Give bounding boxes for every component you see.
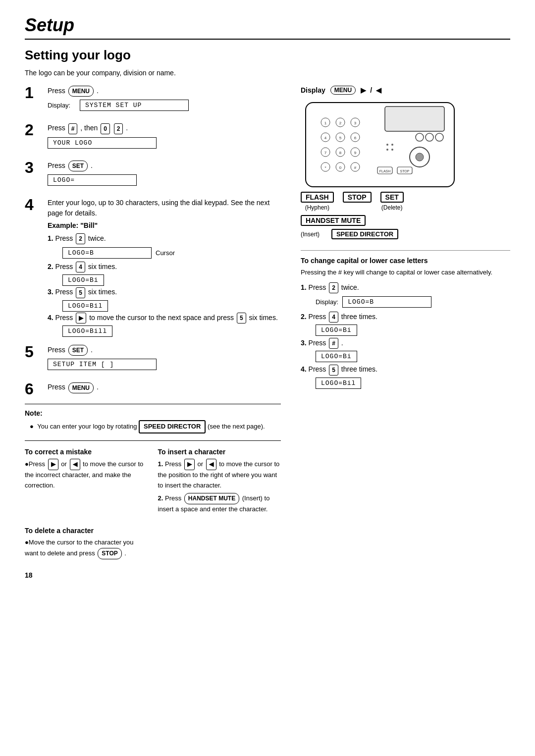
arrow-right-icon: ▶	[361, 86, 366, 94]
svg-text:STOP: STOP	[400, 169, 410, 173]
step-6-content: Press MENU .	[48, 382, 281, 396]
insert-step-1: 1. Press ▶ or ◀ to move the cursor to th…	[158, 459, 281, 491]
correct-mistake-section: To correct a mistake ●Press ▶ or ◀ to mo…	[25, 448, 148, 517]
step-4: 4 Enter your logo, up to 30 characters, …	[25, 198, 281, 338]
sub-step-1: 1. Press 2 twice.	[48, 233, 281, 244]
step-4-number: 4	[25, 197, 43, 213]
key-2-sub1: 2	[76, 233, 85, 244]
step-6-text: Press MENU .	[48, 382, 281, 393]
svg-text:2: 2	[339, 121, 342, 125]
menu-key-1: MENU	[68, 86, 94, 97]
hash-key-2: #	[68, 123, 78, 134]
svg-text:7: 7	[324, 151, 327, 155]
sub-step-2-num: 2.	[48, 263, 54, 270]
step-1: 1 Press MENU . Display: SYSTEM SET UP	[25, 86, 281, 116]
handset-row: HANDSET MUTE	[301, 215, 366, 226]
speed-director-note: SPEED DIRECTOR	[139, 420, 206, 433]
display-box-sub3: LOGO=Bil	[62, 300, 108, 312]
cap-display-3: LOGO=Bi	[316, 352, 510, 360]
menu-key-6: MENU	[68, 382, 94, 393]
step-1-content: Press MENU . Display: SYSTEM SET UP	[48, 86, 281, 116]
display-label-right: Display	[301, 86, 325, 94]
cap-display-2: LOGO=Bi	[316, 325, 510, 334]
example-section: Example: "Bill" 1. Press 2 twice. LOGO=B…	[48, 221, 281, 335]
display-box-sub1: LOGO=B	[62, 247, 152, 259]
step-3: 3 Press SET . LOGO=	[25, 161, 281, 191]
note-title: Note:	[25, 409, 281, 417]
display-sub2-row: LOGO=Bi	[62, 275, 281, 284]
insert-row: (Insert) SPEED DIRECTOR	[301, 229, 398, 239]
sub-step-2: 2. Press 4 six times.	[48, 262, 281, 272]
svg-text:*: *	[324, 165, 326, 170]
capital-sub1: 1. Press 2 twice.	[301, 282, 510, 293]
stop-label-item: STOP	[343, 192, 372, 204]
step-3-display-row: LOGO=	[48, 174, 281, 186]
key-4-sub2: 4	[76, 262, 85, 272]
insert-title: To insert a character	[158, 448, 281, 456]
cursor-label: Cursor	[156, 249, 175, 257]
svg-point-38	[391, 149, 393, 151]
right-column: Display MENU ▶ / ◀	[296, 86, 510, 561]
arrow-right-correct: ▶	[48, 459, 58, 470]
left-column: 1 Press MENU . Display: SYSTEM SET UP 2 …	[25, 86, 281, 561]
step-2: 2 Press # , then 0 2 . YOUR LOGO	[25, 123, 281, 153]
flash-label: FLASH	[301, 192, 334, 203]
section-title: Setting your logo	[25, 48, 510, 63]
cap-display-box-3: LOGO=Bi	[316, 351, 357, 362]
speed-director-label: SPEED DIRECTOR	[331, 229, 398, 239]
set-key-5: SET	[68, 345, 88, 356]
change-capital-section: To change capital or lower case letters …	[301, 250, 510, 387]
cap-display-box-1: LOGO=B	[342, 296, 431, 308]
change-capital-title: To change capital or lower case letters	[301, 257, 510, 265]
example-title: Example: "Bill"	[48, 221, 281, 229]
step-1-display-row: Display: SYSTEM SET UP	[48, 100, 281, 111]
display-sub3-row: LOGO=Bil	[62, 301, 281, 310]
display-box-sub4: LOGO=Bill	[62, 325, 112, 337]
phone-diagram-svg: 1 2 3 4 5 6 7 8 9 * 0 #	[301, 98, 459, 192]
handset-mute-insert: HANDSET MUTE	[184, 493, 239, 504]
svg-text:FLASH: FLASH	[379, 169, 391, 173]
step-2-display-row: YOUR LOGO	[48, 137, 281, 149]
flash-sub: (Hyphen)	[305, 204, 329, 211]
delete-character-section: To delete a character ●Move the cursor t…	[25, 527, 148, 561]
delete-title: To delete a character	[25, 527, 148, 535]
svg-point-37	[386, 149, 388, 151]
arrow-left-icon: ◀	[376, 86, 381, 94]
step-4-content: Enter your logo, up to 30 characters, us…	[48, 198, 281, 338]
bottom-grid: To correct a mistake ●Press ▶ or ◀ to mo…	[25, 440, 281, 561]
set-label: SET	[380, 192, 404, 203]
step-6-number: 6	[25, 381, 43, 397]
key-2-cap1: 2	[329, 282, 338, 293]
svg-rect-1	[385, 107, 444, 131]
step-1-number: 1	[25, 85, 43, 101]
display-box-sub2: LOGO=Bi	[62, 274, 104, 286]
note-item: You can enter your logo by rotating SPEE…	[30, 420, 281, 433]
display-sub4-row: LOGO=Bill	[62, 326, 281, 335]
svg-text:4: 4	[324, 136, 327, 140]
sub-steps: 1. Press 2 twice. LOGO=B Cursor 2. Press…	[48, 233, 281, 335]
sub-step-3: 3. Press 5 six times.	[48, 287, 281, 298]
step-2-number: 2	[25, 122, 43, 138]
step-5-text: Press SET .	[48, 345, 281, 356]
sub-step-1-num: 1.	[48, 234, 54, 242]
arrow-left-insert: ◀	[206, 459, 216, 470]
cap-display-box-2: LOGO=Bi	[316, 324, 357, 336]
step-3-text: Press SET .	[48, 161, 281, 171]
button-labels: FLASH (Hyphen) STOP SET (Delete)	[301, 192, 404, 211]
display-label-1: Display:	[48, 102, 75, 109]
correct-text: ●Press ▶ or ◀ to move the cursor to the …	[25, 459, 148, 491]
insert-label: (Insert)	[301, 231, 320, 238]
set-label-item: SET (Delete)	[380, 192, 404, 211]
step-4-text: Enter your logo, up to 30 characters, us…	[48, 198, 281, 218]
key-4-cap2: 4	[329, 312, 338, 323]
page-number: 18	[25, 571, 510, 579]
key-5-cap4: 5	[329, 365, 338, 376]
svg-text:8: 8	[339, 151, 342, 155]
step-1-text: Press MENU .	[48, 86, 281, 97]
capital-sub3: 3. Press # .	[301, 338, 510, 349]
step-3-content: Press SET . LOGO=	[48, 161, 281, 191]
set-key-3: SET	[68, 161, 88, 171]
svg-text:9: 9	[354, 151, 357, 155]
svg-text:0: 0	[339, 165, 342, 170]
display-box-5: SETUP ITEM [ ]	[48, 359, 157, 370]
